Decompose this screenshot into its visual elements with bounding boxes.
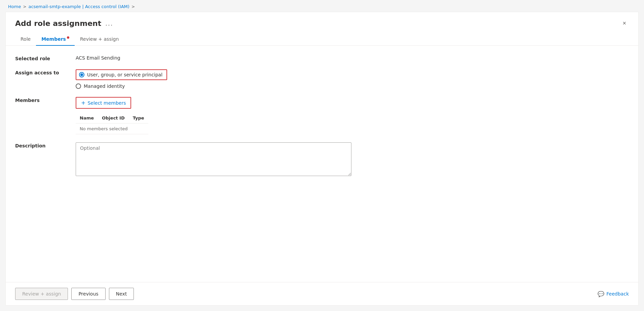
tab-role[interactable]: Role (15, 33, 36, 46)
description-textarea[interactable] (76, 142, 351, 176)
description-label: Description (15, 142, 76, 148)
selected-role-value: ACS Email Sending (76, 55, 120, 61)
breadcrumb-iam[interactable]: acsemail-smtp-example | Access control (… (28, 4, 129, 9)
feedback-icon: 💬 (598, 291, 604, 297)
breadcrumb: Home > acsemail-smtp-example | Access co… (0, 0, 644, 12)
panel-body: Selected role ACS Email Sending Assign a… (6, 46, 638, 282)
assign-access-row: Assign access to User, group, or service… (15, 69, 629, 89)
panel-title: Add role assignment (15, 19, 101, 28)
radio-user-group-label: User, group, or service principal (87, 72, 162, 77)
members-tab-dot (67, 36, 69, 39)
feedback-button[interactable]: 💬 Feedback (598, 291, 629, 297)
footer-left: Review + assign Previous Next (15, 288, 134, 300)
select-members-label: Select members (87, 100, 126, 106)
radio-user-group-input[interactable] (79, 72, 84, 77)
breadcrumb-home[interactable]: Home (8, 4, 21, 9)
close-button[interactable]: × (620, 19, 629, 28)
radio-managed-identity-label: Managed identity (84, 83, 125, 89)
radio-option-managed-identity[interactable]: Managed identity (76, 83, 167, 89)
no-members-text: No members selected (76, 124, 148, 134)
select-members-button[interactable]: + Select members (76, 97, 131, 109)
tab-members[interactable]: Members (36, 33, 75, 46)
page-container: Home > acsemail-smtp-example | Access co… (0, 0, 644, 311)
tabs-row: Role Members Review + assign (6, 33, 638, 46)
panel-ellipsis[interactable]: ... (105, 20, 113, 27)
members-row: Members + Select members Name Object ID … (15, 97, 629, 134)
previous-button[interactable]: Previous (71, 288, 105, 300)
next-button[interactable]: Next (109, 288, 134, 300)
members-table: Name Object ID Type No members selected (76, 113, 148, 134)
panel-footer: Review + assign Previous Next 💬 Feedback (6, 282, 638, 305)
col-object-id: Object ID (98, 113, 129, 124)
members-content: + Select members Name Object ID Type (76, 97, 148, 134)
tab-review-assign[interactable]: Review + assign (75, 33, 124, 46)
radio-user-group-outlined: User, group, or service principal (76, 69, 167, 80)
table-row-empty: No members selected (76, 124, 148, 134)
review-assign-button[interactable]: Review + assign (15, 288, 68, 300)
feedback-label: Feedback (606, 291, 629, 297)
breadcrumb-sep-1: > (23, 4, 26, 9)
breadcrumb-sep-2: > (131, 4, 135, 9)
radio-group: User, group, or service principal Manage… (76, 69, 167, 89)
selected-role-row: Selected role ACS Email Sending (15, 55, 629, 61)
radio-managed-identity-input[interactable] (76, 83, 81, 89)
selected-role-label: Selected role (15, 55, 76, 61)
panel-header: Add role assignment ... × (6, 12, 638, 33)
select-members-plus-icon: + (81, 100, 85, 106)
description-row: Description (15, 142, 629, 176)
col-type: Type (129, 113, 148, 124)
radio-option-user-group[interactable]: User, group, or service principal (79, 72, 162, 77)
members-label: Members (15, 97, 76, 103)
panel-title-area: Add role assignment ... (15, 19, 113, 28)
col-name: Name (76, 113, 98, 124)
table-header-row: Name Object ID Type (76, 113, 148, 124)
assign-access-label: Assign access to (15, 69, 76, 75)
main-panel: Add role assignment ... × Role Members R… (5, 12, 639, 306)
